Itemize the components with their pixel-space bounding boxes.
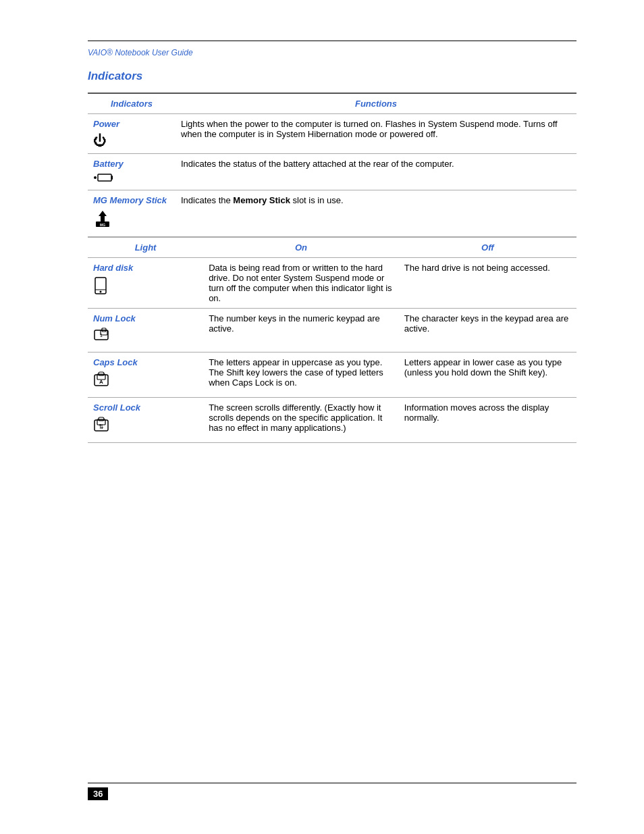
caps-lock-icon: A bbox=[93, 370, 198, 392]
table-row: Battery Indicates the status of the batt… bbox=[88, 154, 576, 190]
functions-cell-mg-memory-stick: Indicates the Memory Stick slot is in us… bbox=[176, 190, 576, 237]
indicator-cell-num-lock: Num Lock 1 bbox=[88, 309, 203, 353]
scroll-lock-icon: ⇅ bbox=[93, 415, 198, 438]
off-cell-scroll-lock: Information moves across the display nor… bbox=[399, 398, 576, 443]
col-header-off: Off bbox=[399, 238, 576, 258]
battery-icon bbox=[93, 172, 170, 185]
col-header-indicators: Indicators bbox=[88, 93, 176, 114]
indicator-cell-hard-disk: Hard disk bbox=[88, 258, 203, 309]
header-title: VAIO® Notebook User Guide bbox=[88, 45, 576, 70]
on-cell-hard-disk: Data is being read from or written to th… bbox=[203, 258, 399, 309]
mg-memory-stick-icon: MG bbox=[93, 208, 170, 232]
section-title: Indicators bbox=[88, 70, 576, 83]
page-number: 36 bbox=[88, 787, 108, 800]
svg-marker-3 bbox=[99, 211, 107, 221]
top-indicators-table: Indicators Functions Power ⏻ Lights when… bbox=[88, 93, 576, 237]
off-cell-num-lock: The character keys in the keypad area ar… bbox=[399, 309, 576, 353]
indicator-cell-power: Power ⏻ bbox=[88, 114, 176, 154]
on-cell-num-lock: The number keys in the numeric keypad ar… bbox=[203, 309, 399, 353]
svg-text:⇅: ⇅ bbox=[99, 423, 104, 430]
functions-cell-power: Lights when the power to the computer is… bbox=[176, 114, 576, 154]
svg-text:1: 1 bbox=[100, 333, 103, 338]
on-cell-scroll-lock: The screen scrolls differently. (Exactly… bbox=[203, 398, 399, 443]
table-row: Num Lock 1 The number keys in the n bbox=[88, 309, 576, 353]
svg-text:MG: MG bbox=[100, 223, 105, 227]
col-header-light: Light bbox=[88, 238, 203, 258]
table-row: MG Memory Stick MG Indicates the Memo bbox=[88, 190, 576, 237]
hard-disk-icon bbox=[93, 276, 198, 298]
svg-rect-1 bbox=[98, 174, 111, 181]
off-cell-caps-lock: Letters appear in lower case as you type… bbox=[399, 353, 576, 398]
svg-point-8 bbox=[100, 291, 102, 293]
indicator-cell-battery: Battery bbox=[88, 154, 176, 190]
svg-point-0 bbox=[94, 176, 97, 179]
indicator-cell-mg-memory-stick: MG Memory Stick MG bbox=[88, 190, 176, 237]
footer-line: 36 bbox=[88, 783, 576, 800]
page: VAIO® Notebook User Guide Indicators Ind… bbox=[0, 0, 644, 834]
table-row: Scroll Lock ⇅ The screen scrolls differe… bbox=[88, 398, 576, 443]
footer: 36 bbox=[0, 783, 644, 800]
svg-rect-2 bbox=[111, 176, 113, 180]
table-row: Hard disk Data is being read from or wri… bbox=[88, 258, 576, 309]
header-rule bbox=[88, 41, 576, 45]
num-lock-icon: 1 bbox=[93, 326, 198, 347]
svg-text:A: A bbox=[99, 379, 103, 385]
indicator-cell-scroll-lock: Scroll Lock ⇅ bbox=[88, 398, 203, 443]
indicator-cell-caps-lock: Caps Lock A bbox=[88, 353, 203, 398]
col-header-on: On bbox=[203, 238, 399, 258]
col-header-functions: Functions bbox=[176, 93, 576, 114]
power-icon: ⏻ bbox=[93, 132, 170, 149]
functions-cell-battery: Indicates the status of the battery atta… bbox=[176, 154, 576, 190]
table-row: Power ⏻ Lights when the power to the com… bbox=[88, 114, 576, 154]
table-row: Caps Lock A The letters appear in u bbox=[88, 353, 576, 398]
off-cell-hard-disk: The hard drive is not being accessed. bbox=[399, 258, 576, 309]
bottom-indicators-table: Light On Off Hard disk bbox=[88, 237, 576, 443]
on-cell-caps-lock: The letters appear in uppercase as you t… bbox=[203, 353, 399, 398]
